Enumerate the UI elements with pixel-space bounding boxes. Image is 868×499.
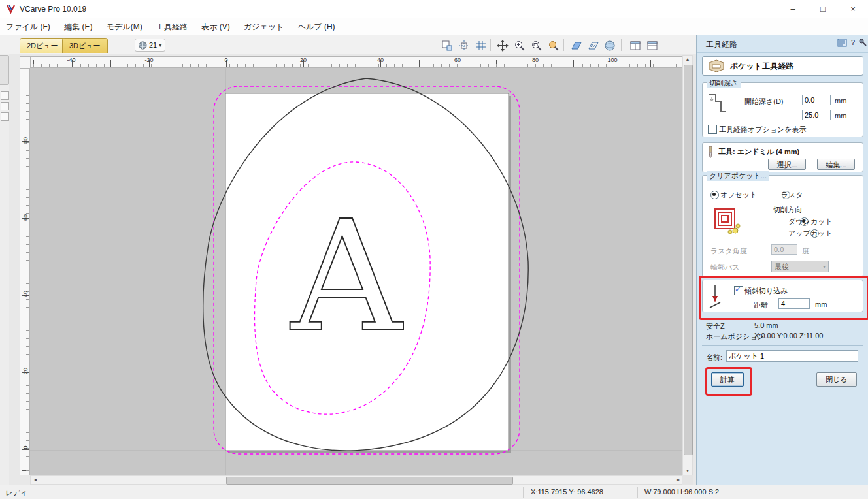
menu-item-view[interactable]: 表示 (V) — [195, 18, 235, 36]
menu-item-model[interactable]: モデル(M) — [101, 18, 148, 36]
start-depth-unit: mm — [835, 97, 846, 105]
layer-caret-icon: ▾ — [159, 42, 161, 48]
close-button[interactable]: × — [838, 0, 868, 18]
tile-vertical-icon[interactable] — [644, 38, 660, 54]
layer-count: 21 — [149, 41, 157, 49]
toolpath-list-glyph — [837, 39, 847, 47]
tile-vertical-glyph — [646, 40, 658, 52]
scroll-up-arrow-icon[interactable]: ▴ — [683, 56, 692, 63]
toolpath-panel: 工具経路 ? ポケット工具経路 切削深さ 開始深さ(D) mm mm 工具経路オ… — [696, 35, 868, 485]
draw-toolpath-icon[interactable] — [585, 38, 601, 54]
shade-toolpath-icon[interactable] — [568, 38, 584, 54]
cursor-coordinates: X:115.7915 Y: 96.4628 — [531, 488, 603, 496]
cut-depth-icon — [708, 91, 727, 119]
left-panel-tab[interactable] — [0, 55, 9, 85]
horizontal-scroll-thumb[interactable] — [226, 477, 513, 485]
tool-edit-button[interactable]: 編集... — [817, 159, 855, 170]
vertical-scroll-thumb[interactable] — [684, 65, 693, 455]
app-logo-glyph — [6, 4, 16, 14]
left-strip-icon[interactable] — [1, 112, 9, 121]
pocket-toolpath-icon — [708, 59, 725, 73]
help-icon[interactable]: ? — [851, 39, 855, 46]
snap-grid-icon[interactable] — [473, 38, 489, 54]
scroll-down-arrow-icon[interactable]: ▾ — [683, 467, 692, 475]
cut-depth-input[interactable] — [802, 110, 831, 120]
scroll-left-arrow-icon[interactable]: ◂ — [31, 476, 40, 484]
snap-guides-icon[interactable] — [456, 38, 472, 54]
menu-item-file[interactable]: ファイル (F) — [0, 18, 56, 36]
toolpath-name-input[interactable] — [726, 350, 858, 362]
tile-horizontal-icon[interactable] — [627, 38, 643, 54]
layer-selector[interactable]: 21 ▾ — [135, 39, 165, 52]
toolbar-separator — [490, 39, 491, 51]
layer-globe-icon — [139, 41, 147, 50]
maximize-button[interactable]: □ — [808, 0, 838, 18]
tab-2d-view[interactable]: 2Dビュー — [20, 38, 65, 53]
clear-pocket-group: クリアポケット... オフセット ラスタ 切削方向 ダウンカット アップカット — [702, 175, 863, 277]
zoom-selection-icon[interactable] — [546, 38, 561, 54]
menu-bar: ファイル (F) 編集 (E) モデル(M) 工具経路 表示 (V) ガジェット… — [0, 18, 868, 36]
ramp-group: 傾斜切り込み 距離 mm — [702, 280, 863, 312]
statusbar-separator — [637, 487, 638, 498]
ramp-plunge-checkbox[interactable] — [734, 286, 743, 295]
zoom-box-icon[interactable] — [529, 38, 544, 54]
profile-pass-value: 最後 — [775, 262, 789, 272]
letter-vector[interactable]: A — [290, 187, 403, 366]
start-depth-input[interactable] — [802, 95, 831, 105]
ramp-distance-input[interactable] — [778, 298, 810, 309]
drawing-canvas[interactable]: A — [30, 68, 682, 475]
menu-item-toolpaths[interactable]: 工具経路 — [150, 18, 193, 36]
downcut-radio-label: ダウンカット — [788, 217, 833, 227]
vertical-scrollbar[interactable]: ▴ ▾ — [682, 55, 693, 475]
status-bar: レディ X:115.7915 Y: 96.4628 W:79.000 H:96.… — [0, 485, 868, 499]
ruler-label: -20 — [144, 57, 153, 63]
minimize-button[interactable]: – — [778, 0, 808, 18]
ramp-distance-unit: mm — [815, 300, 827, 308]
zoom-in-icon[interactable] — [512, 38, 527, 54]
calculate-button[interactable]: 計算 — [711, 372, 744, 387]
horizontal-ruler[interactable]: -40 -20 0 20 40 60 80 100 — [30, 56, 682, 68]
tool-select-button[interactable]: 選択... — [768, 159, 806, 170]
cut-depth-group: 切削深さ 開始深さ(D) mm mm 工具経路オプションを表示 — [702, 82, 863, 137]
cut-direction-label: 切削方向 — [773, 205, 802, 215]
menu-item-gadgets[interactable]: ガジェット — [238, 18, 290, 36]
app-logo-icon — [6, 4, 16, 16]
horizontal-scrollbar[interactable]: ◂ ▸ — [30, 475, 682, 485]
ruler-label: 40 — [22, 289, 29, 298]
ramp-plunge-icon — [708, 283, 722, 312]
raster-angle-label: ラスタ角度 — [710, 246, 747, 256]
close-panel-button[interactable]: 閉じる — [816, 372, 857, 387]
left-strip-icon[interactable] — [1, 91, 9, 100]
vertical-ruler[interactable]: 80 60 40 20 0 — [20, 68, 30, 475]
tab-3d-view[interactable]: 3Dビュー — [62, 38, 108, 53]
tile-horizontal-glyph — [629, 40, 641, 52]
snap-objects-icon[interactable] — [439, 38, 455, 54]
ruler-label: 20 — [22, 366, 29, 376]
ramp-plunge-glyph — [708, 283, 722, 310]
safe-z-value: 5.0 mm — [754, 321, 778, 329]
pin-icon[interactable] — [859, 39, 867, 48]
scroll-right-arrow-icon[interactable]: ▸ — [674, 476, 683, 484]
cut-depth-unit: mm — [835, 112, 846, 120]
menu-item-edit[interactable]: 編集 (E) — [58, 18, 98, 36]
toolbar-separator — [563, 39, 564, 51]
clear-pocket-group-label: クリアポケット... — [707, 171, 769, 181]
pan-glyph — [497, 40, 509, 52]
raster-angle-input — [771, 244, 797, 255]
panel-title: 工具経路 — [706, 39, 737, 50]
pan-icon[interactable] — [495, 38, 510, 54]
offset-radio[interactable] — [710, 191, 719, 199]
menu-item-help[interactable]: ヘルプ (H) — [292, 18, 341, 36]
toolpath-name-label: 名前: — [706, 353, 722, 362]
profile-pass-caret-icon: ▾ — [823, 264, 826, 270]
ruler-label: 80 — [532, 57, 539, 63]
tool-name-label: 工具: エンドミル (4 mm) — [718, 147, 799, 157]
raster-radio-label: ラスタ — [781, 190, 803, 200]
left-strip-icon[interactable] — [1, 102, 9, 110]
draw-toolpath-glyph — [587, 40, 599, 52]
view-toolbar: 2Dビュー 3Dビュー 21 ▾ — [0, 35, 696, 54]
toolpath-list-icon[interactable] — [837, 39, 847, 49]
show-toolpath-options-checkbox[interactable] — [708, 125, 717, 134]
simulation-icon[interactable] — [602, 38, 618, 54]
zoom-in-glyph — [514, 40, 526, 52]
